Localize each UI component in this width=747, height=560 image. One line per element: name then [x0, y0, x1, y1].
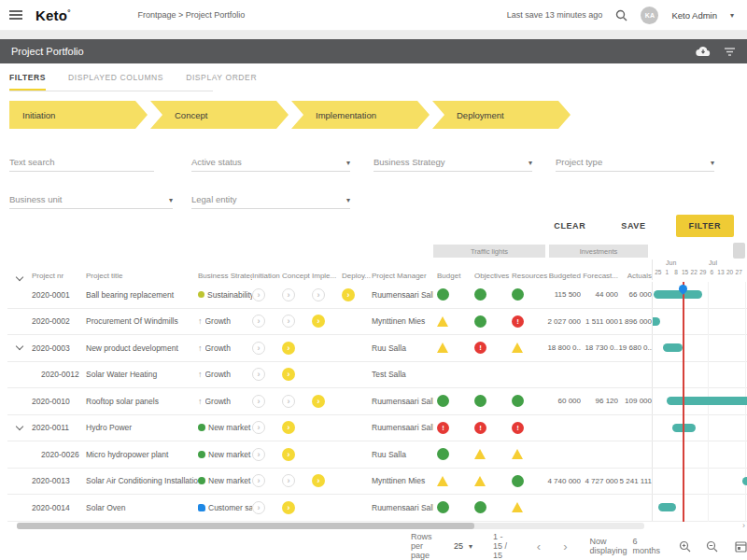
- horizontal-scrollbar[interactable]: [17, 523, 644, 529]
- col-project-nr[interactable]: Project nr: [32, 272, 86, 280]
- stage-current-icon: ›: [282, 421, 295, 434]
- stage-banner-deployment[interactable]: Deployment: [432, 101, 571, 129]
- stage-banner-implementation[interactable]: Implementation: [291, 101, 430, 129]
- investment-forecast: 1 511 000: [581, 317, 618, 326]
- green-light-icon: [437, 395, 449, 407]
- gantt-ticks: 25181522296132027: [654, 269, 743, 275]
- business-unit-select[interactable]: Business unit▾: [9, 185, 173, 209]
- green-light-icon: [437, 448, 449, 460]
- traffic-light-budget: [433, 448, 471, 460]
- clear-button[interactable]: CLEAR: [548, 220, 591, 231]
- gantt-bar[interactable]: [663, 343, 683, 352]
- rows-per-page-label: Rows per page: [411, 532, 437, 560]
- traffic-light-objectives: [471, 476, 508, 486]
- col-resources[interactable]: Resources: [508, 272, 545, 280]
- project-type-select[interactable]: Project type▾: [556, 147, 714, 172]
- project-manager: Ruumensaari Salla: [372, 290, 433, 300]
- user-menu-caret-icon[interactable]: ▾: [730, 11, 734, 20]
- col-objectives[interactable]: Objectives: [471, 272, 508, 280]
- zoom-in-button[interactable]: [679, 540, 691, 553]
- gantt-bar[interactable]: [652, 317, 660, 326]
- gantt-bar[interactable]: [667, 397, 747, 405]
- today-line: [683, 282, 684, 522]
- now-displaying-label: Now displaying: [589, 537, 627, 555]
- save-button[interactable]: SAVE: [615, 220, 651, 231]
- table-row[interactable]: 2020-0012Solar Water Heating↑Growth››Tes…: [7, 362, 747, 389]
- tab-bar: FILTERS DISPLAYED COLUMNS DISPLAY ORDER: [9, 73, 257, 91]
- scrollbar-thumb[interactable]: [17, 523, 474, 529]
- stage-done-icon: ›: [252, 421, 265, 434]
- red-light-icon: !: [474, 422, 486, 434]
- business-strategy-cell: ↑Growth: [198, 370, 252, 379]
- warning-icon: [437, 476, 448, 486]
- prev-page-button[interactable]: ‹: [533, 539, 544, 553]
- table-row[interactable]: 2020-0002Procurement Of Windmills↑Growth…: [7, 309, 747, 336]
- chevron-down-icon[interactable]: [16, 423, 23, 430]
- gantt-tick: 8: [671, 269, 681, 275]
- legal-entity-select[interactable]: Legal entity▾: [191, 185, 350, 209]
- tab-display-order[interactable]: DISPLAY ORDER: [186, 73, 257, 91]
- stage-banner-initiation[interactable]: Initiation: [9, 101, 148, 129]
- table-row[interactable]: 2020-0010Rooftop solar panels↑Growth›››R…: [7, 388, 747, 415]
- keto-logo[interactable]: Keto°: [35, 7, 71, 23]
- filter-toggle-button[interactable]: [724, 47, 736, 57]
- col-actuals[interactable]: Actuals: [618, 272, 652, 280]
- tab-displayed-columns[interactable]: DISPLAYED COLUMNS: [68, 73, 163, 91]
- gantt-cell: [652, 335, 747, 361]
- stage-done-icon: ›: [282, 315, 295, 328]
- col-initiation[interactable]: Initiation: [252, 272, 282, 280]
- col-business-strategy[interactable]: Business Strategy: [198, 272, 252, 280]
- avatar[interactable]: KA: [641, 7, 658, 24]
- stage-done-icon: ›: [252, 448, 265, 461]
- search-input[interactable]: [9, 157, 154, 167]
- expand-all-cell[interactable]: [7, 277, 32, 280]
- now-displaying-value[interactable]: 6 months: [632, 537, 660, 555]
- table-row[interactable]: 2020-0001Ball bearing replacementSustain…: [7, 282, 747, 309]
- table-row[interactable]: 2020-0003New product development↑Growth›…: [7, 335, 747, 362]
- project-title: New product development: [86, 343, 198, 353]
- col-imple[interactable]: Imple...: [312, 272, 342, 280]
- gantt-bar[interactable]: [742, 477, 747, 485]
- next-page-button[interactable]: ›: [559, 539, 571, 553]
- gantt-bar[interactable]: [658, 503, 676, 511]
- col-project-manager[interactable]: Project Manager: [372, 272, 433, 280]
- chevron-down-icon: ▾: [169, 196, 173, 204]
- zoom-out-button[interactable]: [706, 540, 718, 553]
- filter-button[interactable]: FILTER: [676, 215, 734, 237]
- search-button[interactable]: [615, 9, 627, 21]
- rows-per-page-caret-icon[interactable]: ▾: [469, 542, 472, 551]
- rows-per-page-value[interactable]: 25: [454, 541, 463, 551]
- red-light-icon: !: [512, 315, 524, 328]
- text-search-field[interactable]: [9, 147, 154, 172]
- col-project-title[interactable]: Project title: [86, 272, 198, 280]
- expand-cell[interactable]: [7, 346, 32, 349]
- project-nr: 2020-0014: [32, 503, 86, 512]
- table-row[interactable]: 2020-0026Micro hydropower plantNew marke…: [7, 441, 747, 469]
- col-deploy[interactable]: Deploy...: [342, 272, 372, 280]
- table-row[interactable]: 2020-0013Solar Air Conditioning Installa…: [7, 469, 747, 496]
- breadcrumb[interactable]: Frontpage > Project Portfolio: [138, 10, 246, 20]
- business-strategy-label: Growth: [205, 370, 231, 379]
- stage-banner-concept[interactable]: Concept: [150, 101, 289, 129]
- expand-cell[interactable]: [7, 427, 32, 429]
- menu-icon[interactable]: [9, 8, 22, 22]
- col-concept[interactable]: Concept: [282, 272, 312, 280]
- gantt-bar[interactable]: [672, 424, 696, 432]
- active-status-select[interactable]: Active status▾: [191, 147, 350, 172]
- chevron-down-icon[interactable]: [16, 343, 23, 350]
- col-budget[interactable]: Budget: [433, 272, 471, 280]
- table-row[interactable]: 2020-0014Solar OvenCustomer sa...››Ruume…: [7, 495, 747, 522]
- col-forecast[interactable]: Forecast...: [581, 272, 618, 280]
- gantt-bar[interactable]: [654, 290, 702, 299]
- table-corner-box[interactable]: [733, 243, 745, 259]
- investment-budgeted: 2 027 000: [545, 317, 581, 326]
- business-strategy-select[interactable]: Business Strategy▾: [374, 147, 532, 172]
- col-budgeted[interactable]: Budgeted: [545, 272, 581, 280]
- export-button[interactable]: [696, 46, 711, 57]
- calendar-button[interactable]: [735, 540, 747, 553]
- table-row[interactable]: 2020-0011Hydro PowerNew market ...››Ruum…: [7, 415, 747, 442]
- tab-filters[interactable]: FILTERS: [9, 73, 46, 91]
- warning-icon: [512, 449, 523, 459]
- scroll-right-icon[interactable]: ›: [742, 521, 745, 530]
- stage-cell-concept: ›: [282, 315, 312, 328]
